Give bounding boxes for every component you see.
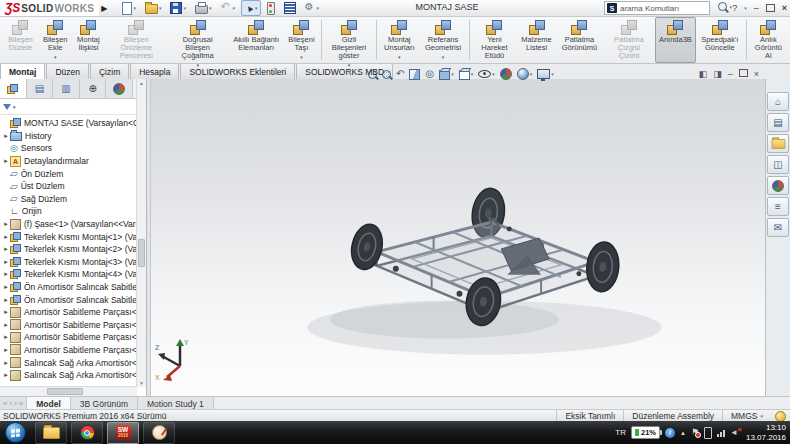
- tab-düzen[interactable]: Düzen: [46, 63, 89, 79]
- design-library-button[interactable]: ▤: [767, 113, 789, 132]
- print-button[interactable]: ▾: [192, 0, 215, 16]
- prev-tab-icon[interactable]: ‹: [9, 399, 12, 408]
- expand-arrow-icon[interactable]: ▸: [2, 346, 10, 354]
- dropdown-caret-icon[interactable]: ▾: [551, 71, 554, 77]
- take-snapshot-button[interactable]: Anlık Görüntü Al: [749, 17, 788, 63]
- configuration-manager-tab[interactable]: ▥: [53, 79, 80, 98]
- hide-show-items-button[interactable]: ▾: [478, 70, 495, 78]
- info-icon[interactable]: i: [665, 428, 675, 438]
- tree-horizontal-scrollbar[interactable]: [0, 386, 137, 396]
- new-document-button[interactable]: ▾: [119, 0, 139, 16]
- tree-item[interactable]: ▸Tekerlek Kısmı Montaj<4> (Varsayı: [2, 268, 136, 281]
- tree-item[interactable]: ▸Ön Amortisör Salıncak Sabitleyici<: [2, 293, 136, 306]
- assembly-features-button[interactable]: Montaj Unsurları▾: [379, 17, 419, 63]
- doc-restore-button[interactable]: [739, 69, 748, 79]
- move-component-button[interactable]: Bileşeni Taşı▾: [284, 17, 318, 63]
- dropdown-caret-icon[interactable]: ▾: [196, 60, 199, 70]
- dropdown-caret-icon[interactable]: ▾: [133, 5, 136, 11]
- tree-filter-row[interactable]: ▾: [0, 99, 146, 115]
- tree-item[interactable]: ▸Ön Amortisör Salıncak Sabitleyici<: [2, 281, 136, 294]
- reference-geometry-button[interactable]: Referans Geometrisi▾: [419, 17, 467, 63]
- tree-item[interactable]: ▸Amortisör Sabitleme Parçası<3> (V: [2, 331, 136, 344]
- view-settings-button[interactable]: ▾: [537, 69, 554, 79]
- volume-muted-icon[interactable]: ◄: [730, 428, 738, 437]
- dropdown-caret-icon[interactable]: ▾: [300, 52, 303, 62]
- dynamic-annotation-views-button[interactable]: ◎: [425, 69, 434, 79]
- solidworks-forum-button[interactable]: ✉: [767, 218, 789, 237]
- network-signal-icon[interactable]: [717, 428, 725, 437]
- tree-item[interactable]: ∟Orijin: [2, 205, 136, 218]
- action-center-flag-icon[interactable]: ⚑: [691, 428, 699, 437]
- expand-arrow-icon[interactable]: ▸: [2, 283, 10, 291]
- file-explorer-button[interactable]: [767, 134, 789, 153]
- tree-vertical-scrollbar[interactable]: ▲ ▼: [136, 79, 146, 387]
- pane-right-button[interactable]: ◨: [713, 69, 722, 79]
- scroll-up-icon[interactable]: ▲: [137, 80, 146, 86]
- show-hidden-components-button[interactable]: Gizli Bileşenleri göster▾: [324, 17, 375, 63]
- first-tab-icon[interactable]: «: [3, 399, 7, 408]
- dropdown-caret-icon[interactable]: ▾: [398, 52, 401, 62]
- expand-arrow-icon[interactable]: ▸: [2, 233, 10, 241]
- dropdown-caret-icon[interactable]: ▾: [159, 5, 162, 11]
- scroll-down-icon[interactable]: ▼: [137, 380, 146, 386]
- tree-item[interactable]: ▸ADetaylandırmalar: [2, 155, 136, 168]
- filter-caret-icon[interactable]: ▾: [13, 104, 16, 110]
- tree-item[interactable]: ▸Amortisör Sabitleme Parçası<1> (V: [2, 306, 136, 319]
- smart-fasteners-button[interactable]: Akıllı Bağlantı Elemanları: [228, 17, 284, 63]
- display-style-button[interactable]: ▾: [459, 68, 474, 80]
- expand-arrow-icon[interactable]: ▸: [2, 359, 10, 367]
- expand-arrow-icon[interactable]: ▸: [2, 220, 10, 228]
- close-button[interactable]: ×: [782, 3, 787, 13]
- show-hidden-icons-button[interactable]: ▲: [680, 430, 686, 436]
- edit-appearance-button[interactable]: [500, 68, 512, 80]
- dropdown-caret-icon[interactable]: ▾: [530, 71, 533, 77]
- settings-button[interactable]: ▾: [302, 0, 323, 16]
- menu-flyout-arrow-icon[interactable]: ▶: [101, 4, 107, 13]
- display-manager-tab[interactable]: [106, 79, 133, 98]
- apply-scene-button[interactable]: ▾: [517, 68, 533, 80]
- expand-arrow-icon[interactable]: ▸: [2, 371, 10, 379]
- pane-left-button[interactable]: ◧: [699, 69, 708, 79]
- previous-view-button[interactable]: ↶: [396, 69, 404, 79]
- search-commands-box[interactable]: S arama Komutları: [604, 1, 710, 15]
- dropdown-caret-icon[interactable]: ▾: [348, 60, 351, 70]
- dropdown-caret-icon[interactable]: ▾: [183, 5, 186, 11]
- search-magnifier-icon[interactable]: [718, 2, 727, 11]
- insert-component-button[interactable]: Bileşen Ekle▾: [39, 17, 72, 63]
- scrollbar-thumb[interactable]: [138, 239, 145, 267]
- help-caret-icon[interactable]: ▾: [744, 5, 747, 11]
- tab-montaj[interactable]: Montaj: [0, 63, 45, 79]
- zoom-area-button[interactable]: [382, 70, 391, 79]
- dropdown-caret-icon[interactable]: ▾: [451, 71, 454, 77]
- paint-taskbar-button[interactable]: [143, 422, 175, 444]
- exploded-view-button[interactable]: Patlatma Görünümü: [556, 17, 603, 63]
- dropdown-caret-icon[interactable]: ▾: [471, 71, 474, 77]
- tree-item[interactable]: ▸Salıncak Sağ Arka Amortisör<2> ->: [2, 369, 136, 382]
- expand-arrow-icon[interactable]: ▸: [2, 333, 10, 341]
- update-speedpak-button[interactable]: Speedpak'ı Güncelle: [696, 17, 744, 63]
- tree-item[interactable]: ▸Tekerlek Kısmı Montaj<3> (Varsayı: [2, 256, 136, 269]
- windows-explorer-taskbar-button[interactable]: [35, 422, 67, 444]
- featuremanager-tree-tab[interactable]: [0, 79, 27, 98]
- save-button[interactable]: ▾: [167, 0, 189, 16]
- instant3d-button[interactable]: Anında3B: [655, 17, 696, 63]
- doc-close-button[interactable]: ×: [754, 69, 759, 79]
- device-icon[interactable]: [704, 427, 712, 439]
- expand-arrow-icon[interactable]: ▸: [2, 321, 10, 329]
- custom-properties-button[interactable]: ≡: [767, 197, 789, 216]
- dropdown-caret-icon[interactable]: ▾: [209, 5, 212, 11]
- rebuild-button[interactable]: [264, 0, 278, 16]
- tab-hesapla[interactable]: Hesapla: [130, 63, 179, 79]
- tree-item[interactable]: ▸(f) Şase<1> (Varsayılan<<Varsayıla: [2, 218, 136, 231]
- solidworks-2016-taskbar-button[interactable]: SW2016: [107, 422, 139, 444]
- dropdown-caret-icon[interactable]: ▾: [54, 52, 57, 62]
- section-view-button[interactable]: [409, 69, 420, 80]
- mate-button[interactable]: Montaj İlişkisi: [72, 17, 106, 63]
- tree-item[interactable]: ▸Salıncak Sağ Arka Amortisör<1> ->: [2, 356, 136, 369]
- tree-item[interactable]: ▸History: [2, 130, 136, 143]
- zoom-fit-button[interactable]: [368, 70, 377, 79]
- expand-arrow-icon[interactable]: ▸: [2, 296, 10, 304]
- language-indicator[interactable]: TR: [615, 428, 626, 437]
- dropdown-caret-icon[interactable]: ▾: [492, 71, 495, 77]
- expand-arrow-icon[interactable]: ▸: [2, 157, 10, 165]
